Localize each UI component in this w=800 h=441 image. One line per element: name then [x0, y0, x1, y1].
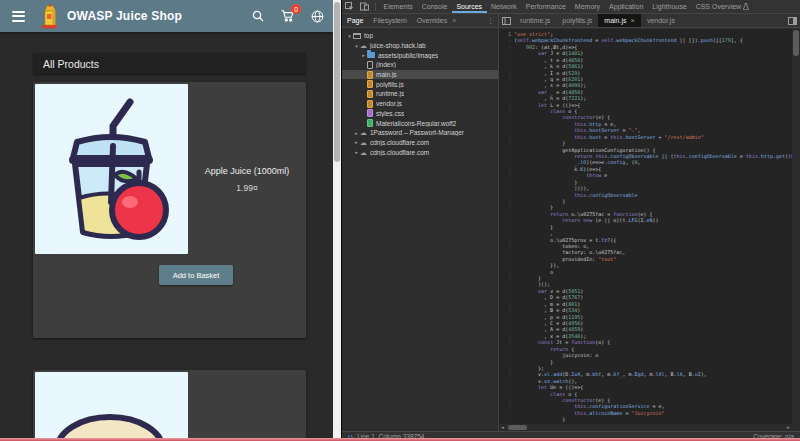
folder-icon: [367, 52, 375, 58]
editor-hscrollbar-thumb[interactable]: [508, 425, 527, 430]
cloud-icon: [360, 139, 367, 146]
tab-network[interactable]: Network: [487, 0, 522, 13]
screen: OWASP Juice Shop 0 All Products: [0, 0, 800, 441]
file-tree: ▾ top ▾ juice-shop.hack.lab ▸ assets/pub…: [342, 29, 499, 431]
product-price: 1.99¤: [190, 183, 304, 193]
tree-item-polyfills-js[interactable]: polyfills.js: [342, 79, 498, 89]
editor-tab-main-js[interactable]: main.js×: [598, 14, 641, 27]
tree-item-top[interactable]: ▾ top: [342, 31, 498, 41]
banana-juice-illustration: [35, 372, 188, 439]
product-image[interactable]: [35, 372, 188, 439]
js-file-icon: [367, 90, 373, 98]
product-image[interactable]: [35, 84, 188, 254]
tab-css-overview[interactable]: CSS Overview: [691, 0, 754, 13]
toggle-navigator-button[interactable]: [499, 14, 514, 27]
tab-performance[interactable]: Performance: [521, 0, 570, 13]
tab-lighthouse[interactable]: Lighthouse: [648, 0, 691, 13]
tab-elements[interactable]: Elements: [379, 0, 417, 13]
app-header: OWASP Juice Shop 0: [0, 0, 333, 32]
editor-tabbar: runtime.js polyfills.js main.js× vendor.…: [499, 14, 800, 27]
cart-button[interactable]: 0: [281, 10, 294, 22]
more-options-icon[interactable]: ⋮: [487, 17, 494, 25]
editor-tab-runtime-js[interactable]: runtime.js: [514, 14, 556, 27]
devtools-toolbar: Elements Console Sources Network Perform…: [342, 0, 800, 14]
product-name: Apple Juice (1000ml): [190, 166, 304, 176]
panel-right-icon: [788, 17, 797, 25]
cloud-icon: [360, 149, 367, 156]
experiment-flask-icon: [743, 3, 749, 10]
scroll-left-arrow-icon[interactable]: ◄: [499, 424, 506, 431]
editor-tab-vendor-js[interactable]: vendor.js: [641, 14, 681, 27]
scroll-right-arrow-icon[interactable]: ►: [785, 424, 792, 431]
cart-badge: 0: [291, 4, 301, 14]
tree-item-vendor-js[interactable]: vendor.js: [342, 99, 498, 109]
tab-application[interactable]: Application: [605, 0, 648, 13]
editor-vscrollbar[interactable]: [792, 29, 800, 424]
devtools: Elements Console Sources Network Perform…: [341, 0, 800, 441]
tree-item-assets-public-images[interactable]: ▸ assets/public/images: [342, 50, 498, 60]
tab-sources[interactable]: Sources: [452, 0, 487, 13]
more-tabs-chevron[interactable]: »: [452, 17, 456, 24]
app-scrollbar-thumb[interactable]: [334, 2, 340, 162]
navigator-tab-page[interactable]: Page: [342, 14, 368, 27]
chevron-down-icon[interactable]: ▾: [353, 43, 360, 49]
product-card-apple-juice: Apple Juice (1000ml) 1.99¤ Add to Basket: [33, 82, 306, 338]
page-heading-bar: All Products: [33, 53, 306, 74]
tree-item-1password[interactable]: ▸ 1Password – Passwort-Manager: [342, 128, 498, 138]
tree-item-materialicons-woff2[interactable]: MaterialIcons-Regular.woff2: [342, 118, 498, 128]
page-heading: All Products: [43, 58, 99, 70]
chevron-down-icon[interactable]: ▾: [346, 33, 353, 39]
juice-shop-app: OWASP Juice Shop 0 All Products: [0, 0, 333, 441]
navigator-tab-filesystem[interactable]: Filesystem: [368, 14, 411, 27]
apple-juice-illustration: [35, 84, 188, 254]
tree-item-runtime-js[interactable]: runtime.js: [342, 89, 498, 99]
code-line[interactable]: - }: [499, 416, 792, 422]
tab-memory[interactable]: Memory: [570, 0, 604, 13]
tree-item-juice-shop-hack-lab[interactable]: ▾ juice-shop.hack.lab: [342, 41, 498, 51]
cloud-icon: [360, 129, 367, 136]
editor-vscrollbar-thumb[interactable]: [793, 30, 799, 56]
add-to-basket-button[interactable]: Add to Basket: [159, 265, 233, 285]
frame-icon: [353, 33, 361, 39]
js-file-icon: [367, 80, 373, 88]
tree-item-cdnjs-cloudflare[interactable]: ▸ cdnjs.cloudflare.com: [342, 138, 498, 148]
tree-item-index[interactable]: (index): [342, 60, 498, 70]
juice-shop-logo: [41, 3, 59, 29]
cloud-icon: [360, 42, 367, 49]
product-card-next: [33, 370, 306, 441]
navigator-tab-overrides[interactable]: Overrides: [412, 14, 452, 27]
chevron-right-icon[interactable]: ▸: [353, 139, 360, 145]
language-button[interactable]: [311, 10, 324, 23]
tree-item-styles-css[interactable]: styles.css: [342, 109, 498, 119]
app-scrollbar[interactable]: [333, 0, 341, 441]
tree-item-main-js[interactable]: main.js: [342, 70, 498, 80]
chevron-right-icon[interactable]: ▸: [353, 149, 360, 155]
toolbar-divider: [375, 2, 376, 11]
navigator-tabbar: Page Filesystem Overrides » ⋮: [342, 14, 499, 27]
search-button[interactable]: [252, 10, 264, 22]
file-icon: [367, 61, 373, 69]
editor-hscrollbar[interactable]: ◄ ►: [499, 424, 792, 431]
device-toolbar-icon: [360, 2, 369, 11]
open-sidebar-button[interactable]: [785, 14, 800, 27]
code-lines[interactable]: 1"use strict";-(self.webpackChunkfronten…: [499, 31, 792, 424]
css-file-icon: [367, 109, 373, 117]
devtools-second-row: Page Filesystem Overrides » ⋮ runtime.js…: [342, 14, 800, 28]
code-editor[interactable]: 1"use strict";-(self.webpackChunkfronten…: [499, 29, 800, 431]
chevron-right-icon[interactable]: ▸: [353, 130, 360, 136]
globe-icon: [311, 10, 324, 23]
js-file-icon: [367, 100, 373, 108]
scrollbar-corner: [792, 424, 800, 431]
inspect-element-button[interactable]: [342, 2, 357, 11]
sources-panel-body: ▾ top ▾ juice-shop.hack.lab ▸ assets/pub…: [342, 29, 800, 431]
editor-tab-polyfills-js[interactable]: polyfills.js: [556, 14, 598, 27]
device-toolbar-button[interactable]: [357, 2, 372, 11]
tab-console[interactable]: Console: [417, 0, 452, 13]
close-icon[interactable]: ×: [630, 16, 634, 25]
font-file-icon: [367, 119, 373, 127]
tree-item-cdnjs-cloudflare-2[interactable]: ▸ cdnjs.cloudflare.com: [342, 147, 498, 157]
menu-icon[interactable]: [12, 11, 25, 22]
search-icon: [252, 10, 264, 22]
app-title: OWASP Juice Shop: [67, 9, 182, 23]
chevron-right-icon[interactable]: ▸: [360, 52, 367, 58]
